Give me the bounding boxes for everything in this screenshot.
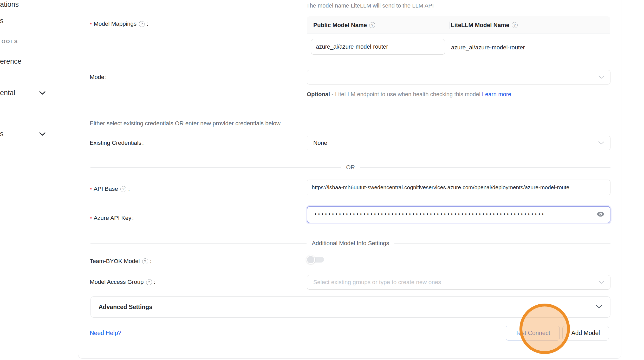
learn-more-link[interactable]: Learn more xyxy=(482,91,511,97)
label-colon: : xyxy=(147,21,148,27)
mode-select[interactable] xyxy=(307,70,610,84)
azure-api-key-label-row: * Azure API Key : xyxy=(90,214,134,222)
add-model-button[interactable]: Add Model xyxy=(562,326,609,341)
api-base-label-row: * API Base ? : xyxy=(90,185,130,193)
label-colon: : xyxy=(105,74,107,81)
help-icon[interactable]: ? xyxy=(512,22,518,28)
model-access-group-label: Model Access Group xyxy=(90,279,144,285)
model-access-group-label-row: Model Access Group ? : xyxy=(90,278,155,286)
existing-credentials-select[interactable]: None xyxy=(307,136,610,150)
sidebar-item-users[interactable]: s xyxy=(0,16,4,26)
sidebar-item-settings[interactable]: s xyxy=(0,129,4,139)
table-row: azure_ai/azure-model-router xyxy=(307,34,610,61)
api-base-label: API Base xyxy=(94,186,118,192)
chevron-down-icon xyxy=(596,305,602,310)
help-icon[interactable]: ? xyxy=(146,279,152,285)
divider-line xyxy=(394,243,610,244)
label-colon: : xyxy=(150,258,152,265)
divider-line xyxy=(90,243,307,244)
model-name-helper-text: The model name LiteLLM will send to the … xyxy=(306,2,434,9)
label-colon: : xyxy=(142,140,144,146)
mode-helper-text: Optional - LiteLLM endpoint to use when … xyxy=(307,89,518,99)
sidebar-item-label: ations xyxy=(0,1,19,9)
chevron-down-icon xyxy=(39,89,46,97)
litellm-model-name-value: azure_ai/azure-model-router xyxy=(451,34,525,61)
sidebar-item-label: erence xyxy=(0,57,22,66)
header-separator xyxy=(449,22,450,29)
toggle-knob xyxy=(306,255,315,264)
required-marker: * xyxy=(90,215,92,222)
model-mappings-label: Model Mappings xyxy=(94,21,136,27)
additional-info-divider: Additional Model Info Settings xyxy=(90,239,610,247)
help-icon[interactable]: ? xyxy=(139,21,145,27)
add-model-screen: ations s TOOLS erence ental s The model … xyxy=(0,0,644,360)
existing-credentials-label-row: Existing Credentials : xyxy=(90,139,144,147)
model-access-group-select[interactable]: Select existing groups or type to create… xyxy=(307,275,610,290)
mode-label-row: Mode : xyxy=(90,73,107,81)
chevron-down-icon xyxy=(598,140,604,146)
model-mappings-table: Public Model Name ? LiteLLM Model Name ?… xyxy=(307,16,610,61)
model-mappings-label-row: * Model Mappings ? : xyxy=(90,20,148,28)
model-access-group-placeholder: Select existing groups or type to create… xyxy=(313,279,441,286)
masked-api-key: ••••••••••••••••••••••••••••••••••••••••… xyxy=(315,211,545,217)
divider-line xyxy=(90,167,341,168)
column-header-public-model-name: Public Model Name ? xyxy=(313,16,376,34)
existing-credentials-label: Existing Credentials xyxy=(90,140,141,146)
existing-credentials-value: None xyxy=(313,140,327,146)
column-header-litellm-model-name: LiteLLM Model Name ? xyxy=(451,16,519,34)
help-icon[interactable]: ? xyxy=(120,186,126,192)
test-connect-button[interactable]: Test Connect xyxy=(506,326,560,341)
help-icon[interactable]: ? xyxy=(369,22,375,28)
team-byok-toggle[interactable] xyxy=(306,255,324,264)
or-text: OR xyxy=(346,164,355,171)
chevron-down-icon xyxy=(598,279,604,286)
required-marker: * xyxy=(90,186,92,193)
chevron-down-icon xyxy=(598,74,604,81)
team-byok-label-row: Team-BYOK Model ? : xyxy=(90,257,152,265)
sidebar-item-experimental[interactable]: ental xyxy=(0,88,15,98)
sidebar-item-label: s xyxy=(0,130,4,138)
team-byok-label: Team-BYOK Model xyxy=(90,258,140,265)
sidebar-section-tools: TOOLS xyxy=(0,38,18,45)
advanced-settings-title: Advanced Settings xyxy=(99,304,152,311)
sidebar-item-api-reference[interactable]: erence xyxy=(0,56,22,66)
sidebar-section-label: TOOLS xyxy=(0,39,18,44)
mode-label: Mode xyxy=(90,74,104,81)
public-model-name-input[interactable] xyxy=(311,39,445,55)
eye-icon[interactable] xyxy=(596,210,605,219)
label-colon: : xyxy=(154,279,155,285)
chevron-down-icon xyxy=(39,130,46,138)
advanced-settings-panel[interactable]: Advanced Settings xyxy=(90,296,610,318)
sidebar-item-organizations[interactable]: ations xyxy=(0,0,19,9)
optional-text: Optional xyxy=(307,91,330,97)
required-marker: * xyxy=(90,21,92,28)
label-colon: : xyxy=(128,186,130,192)
need-help-link[interactable]: Need Help? xyxy=(90,330,121,337)
api-base-input[interactable] xyxy=(307,180,610,195)
label-colon: : xyxy=(132,215,134,221)
or-divider: OR xyxy=(90,163,610,172)
additional-info-text: Additional Model Info Settings xyxy=(312,240,389,247)
divider-line xyxy=(360,167,610,168)
help-icon[interactable]: ? xyxy=(142,258,148,264)
credentials-note: Either select existing credentials OR en… xyxy=(90,120,281,127)
azure-api-key-input[interactable]: ••••••••••••••••••••••••••••••••••••••••… xyxy=(307,206,610,223)
azure-api-key-label: Azure API Key xyxy=(94,215,131,221)
sidebar-item-label: ental xyxy=(0,89,15,97)
sidebar-item-label: s xyxy=(0,17,4,25)
